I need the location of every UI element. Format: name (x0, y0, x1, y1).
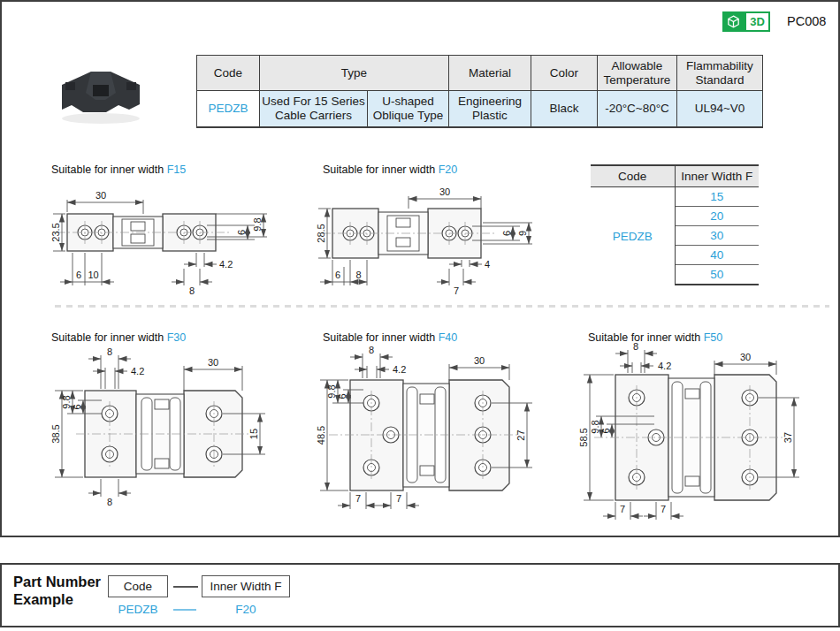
drawing-label-size: F50 (704, 331, 723, 344)
connector-line-blue (173, 609, 196, 611)
size-width-value[interactable]: 40 (675, 246, 759, 265)
spec-type2-value: U-shaped Oblique Type (368, 91, 449, 128)
spec-material-value: Engineering Plastic (449, 91, 531, 128)
dim-label: 8 (633, 341, 638, 352)
dim-label: 6 (335, 270, 340, 280)
dim-label: 4.2 (131, 366, 144, 376)
part-number-title-line2: Example (13, 590, 101, 608)
dim-label: 8 (369, 345, 374, 355)
dim-label: 28.5 (316, 224, 326, 242)
dim-label: 8 (189, 285, 195, 296)
dim-label: 6 (76, 270, 81, 280)
part-top-view (76, 391, 251, 477)
size-width-value[interactable]: 30 (675, 226, 759, 246)
dim-label: 30 (474, 355, 485, 366)
dim-label: 9.8 (61, 395, 72, 408)
dim-label: 4 (485, 259, 490, 270)
dim-label: 30 (439, 186, 450, 197)
dim-label: 27 (515, 430, 526, 440)
drawing-label-size: F15 (167, 163, 187, 176)
dashed-divider (55, 305, 829, 308)
spec-temp-value: -20°C~80°C (598, 91, 677, 128)
dim-label: 4.2 (219, 259, 233, 270)
dim-label: 4.2 (393, 364, 406, 375)
spec-table: Code Type Material Color Allowable Tempe… (196, 55, 763, 128)
drawing-label-size: F30 (167, 331, 187, 344)
spec-header-material: Material (449, 56, 531, 91)
spec-header-temp: Allowable Temperature (598, 56, 677, 91)
dim-label: 30 (95, 190, 106, 201)
dim-label: 6 (337, 393, 347, 399)
size-row: PEDZB 15 (591, 187, 759, 207)
dim-label: 37 (783, 432, 793, 443)
dim-label: 7 (661, 504, 666, 514)
drawing-label-size: F40 (439, 331, 458, 344)
part-number-title: Part Number Example (13, 573, 101, 608)
connector-line (173, 586, 198, 588)
page-code: PC008 (787, 14, 826, 28)
dim-label: 4.2 (658, 361, 671, 371)
drawing-f50: 8 4.2 30 58.5 9.8 6 37 7 (580, 343, 812, 530)
dim-label: 9 (517, 231, 528, 236)
dim-label: 9.8 (326, 384, 337, 398)
dim-label: 9.8 (590, 420, 600, 433)
dim-label: 8 (355, 270, 361, 280)
example-width-value: F20 (202, 603, 290, 616)
size-header-width: Inner Width F (675, 165, 759, 187)
size-code-value[interactable]: PEDZB (591, 187, 675, 285)
part-top-view (594, 375, 785, 500)
size-table: Code Inner Width F PEDZB 15 20 30 40 50 (591, 164, 759, 285)
part-top-view (57, 214, 232, 251)
drawing-label-prefix: Suitable for inner width (51, 331, 164, 344)
drawing-label-f30: Suitable for inner width F30 (51, 331, 186, 344)
dim-label: 10 (88, 270, 98, 280)
drawing-f20: 30 28.5 6 9 4 7 6 8 (315, 179, 536, 300)
drawing-label-prefix: Suitable for inner width (323, 331, 435, 344)
spec-header-type: Type (260, 56, 449, 91)
drawing-f40: 8 4.2 30 48.5 9.8 6 27 7 (315, 345, 546, 518)
dim-label: 8 (107, 497, 112, 507)
drawing-label-f15: Suitable for inner width F15 (51, 163, 186, 176)
drawing-label-prefix: Suitable for inner width (51, 163, 164, 176)
dim-label: 38.5 (50, 424, 61, 443)
drawing-label-f20: Suitable for inner width F20 (323, 163, 457, 176)
dim-label: 58.5 (578, 428, 589, 446)
drawing-label-size: F20 (439, 163, 458, 176)
drawing-label-prefix: Suitable for inner width (588, 331, 700, 344)
dim-label: 9.8 (252, 217, 263, 231)
example-code-value: PEDZB (108, 603, 168, 616)
dim-label: 15 (248, 429, 259, 439)
drawing-f15: 30 23.5 9.8 6 4.2 8 6 10 (50, 179, 271, 297)
spec-header-flam: Flammability Standard (677, 56, 763, 91)
dim-label: 8 (107, 346, 112, 357)
spec-type1-value: Used For 15 Series Cable Carriers (260, 91, 368, 128)
size-width-value[interactable]: 20 (675, 207, 759, 226)
size-width-value[interactable]: 50 (675, 265, 759, 285)
drawing-label-f50: Suitable for inner width F50 (588, 331, 722, 344)
dim-label: 7 (355, 493, 361, 504)
dim-label: 7 (454, 285, 459, 296)
dim-label: 6 (600, 428, 611, 433)
dim-label: 30 (740, 352, 751, 362)
badge-3d[interactable]: 3D (722, 11, 770, 32)
part-top-view (329, 380, 518, 490)
dim-label: 48.5 (316, 426, 326, 445)
spec-flam-value: UL94~V0 (677, 91, 763, 128)
part-number-width-box: Inner Width F (202, 575, 290, 597)
cube-3d-icon (722, 11, 745, 32)
spec-header-code: Code (197, 56, 260, 91)
catalog-page: 3D PC008 Code Type Material Color Allowa… (0, 0, 840, 631)
spec-code-value[interactable]: PEDZB (197, 91, 260, 128)
part-top-view (322, 209, 497, 258)
spec-data-row: PEDZB Used For 15 Series Cable Carriers … (197, 91, 763, 128)
dim-label: 6 (236, 230, 247, 235)
drawing-label-f40: Suitable for inner width F40 (323, 331, 457, 344)
spec-header-row: Code Type Material Color Allowable Tempe… (197, 56, 763, 91)
dim-label: 6 (501, 231, 512, 236)
dim-label: 30 (208, 357, 218, 368)
dim-label: 7 (620, 504, 625, 514)
part-number-title-line1: Part Number (13, 573, 101, 590)
product-photo (51, 49, 150, 131)
size-width-value[interactable]: 15 (675, 187, 759, 207)
part-number-code-box: Code (108, 575, 168, 597)
